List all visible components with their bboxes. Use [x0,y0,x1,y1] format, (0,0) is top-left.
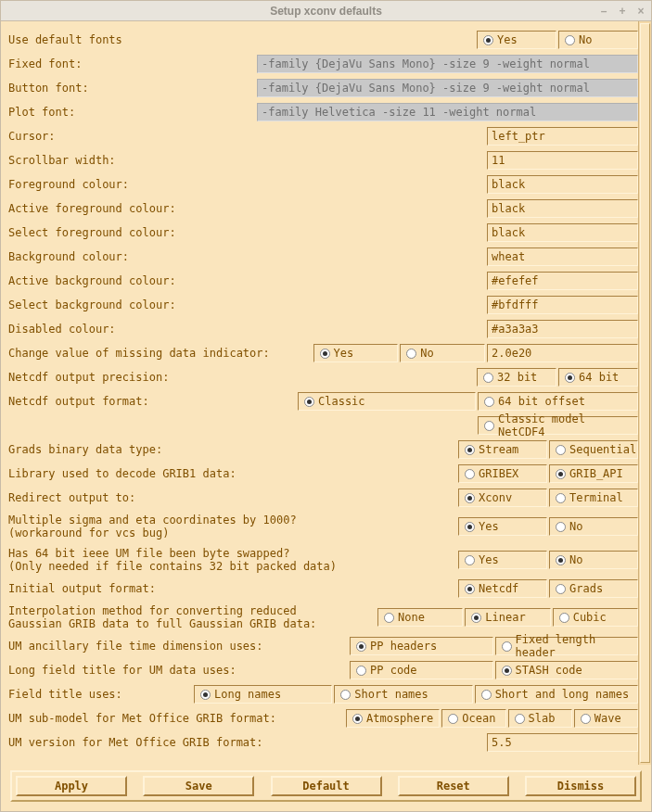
radio-icon [483,35,493,45]
abg-label: Active background colour: [8,274,487,287]
dc-label: Disabled colour: [8,323,487,336]
interp-linear[interactable]: Linear [465,608,550,627]
submodel-atmo[interactable]: Atmosphere [346,709,440,728]
anctime-pp[interactable]: PP headers [350,637,493,655]
byteswap-label1: Has 64 bit ieee UM file been byte swappe… [8,547,458,560]
radio-icon [481,690,492,700]
bg-input[interactable] [487,247,638,266]
scrollbar-thumb[interactable] [640,23,650,763]
byteswap-yes[interactable]: Yes [458,551,547,569]
sfg-input[interactable] [487,223,638,242]
radio-icon [502,666,512,676]
maximize-icon[interactable]: + [616,5,629,18]
grib1-gribapi[interactable]: GRIB_API [549,464,638,483]
radio-icon [556,493,566,503]
grib1-gribex[interactable]: GRIBEX [458,464,547,483]
precision-32[interactable]: 32 bit [477,368,556,387]
ncformat-label: Netcdf output format: [8,395,298,408]
radio-icon [465,445,475,455]
radio-icon [406,349,416,359]
radio-icon [502,641,512,652]
initfmt-netcdf[interactable]: Netcdf [458,579,547,598]
afg-input[interactable] [487,199,638,218]
longtitle-stash[interactable]: STASH code [495,661,639,679]
fieldtitle-both[interactable]: Short and long names [475,685,638,704]
radio-icon [465,493,475,503]
afg-label: Active foreground colour: [8,202,487,215]
grads-stream[interactable]: Stream [458,440,547,459]
byteswap-no[interactable]: No [549,551,638,569]
dc-input[interactable] [487,320,638,338]
cursor-input[interactable] [487,127,638,146]
precision-64[interactable]: 64 bit [558,368,638,387]
content-area: Use default fonts Yes No Fixed font: But… [1,21,651,765]
cursor-label: Cursor: [8,130,487,143]
interp-label1: Interpolation method for converting redu… [8,604,377,617]
fieldtitle-short[interactable]: Short names [334,685,472,704]
radio-icon [556,522,566,532]
fg-input[interactable] [487,175,638,194]
abg-input[interactable] [487,272,638,290]
initfmt-grads[interactable]: Grads [549,579,638,598]
submodel-ocean[interactable]: Ocean [441,709,505,728]
fieldtitle-long[interactable]: Long names [194,685,332,704]
sfg-label: Select foreground colour: [8,226,487,239]
radio-icon [465,522,475,532]
redirect-label: Redirect output to: [8,491,458,504]
apply-button[interactable]: Apply [16,776,127,796]
grads-seq[interactable]: Sequential [549,440,638,459]
radio-icon [483,373,493,383]
minimize-icon[interactable]: – [597,5,610,18]
window-title: Setup xconv defaults [270,5,382,18]
radio-icon [484,421,494,431]
bg-label: Background colour: [8,250,487,263]
use-default-fonts-no[interactable]: No [558,31,638,49]
scrollbar-width-input[interactable] [487,151,638,170]
radio-icon [556,555,566,565]
interp-cubic[interactable]: Cubic [553,608,638,627]
use-default-fonts-yes[interactable]: Yes [477,31,556,49]
submodel-wave[interactable]: Wave [574,709,638,728]
radio-icon [471,613,481,623]
interp-label2: Gaussian GRIB data to full Gaussian GRIB… [8,617,377,630]
redirect-xconv[interactable]: Xconv [458,488,547,507]
anctime-flh[interactable]: Fixed length header [495,637,639,655]
radio-icon [556,469,566,479]
redirect-term[interactable]: Terminal [549,488,638,507]
radio-icon [465,584,475,594]
button-font-label: Button font: [8,82,257,95]
radio-icon [484,397,494,407]
window: Setup xconv defaults – + × Use default f… [0,0,652,812]
radio-icon [356,641,366,652]
ncformat-classic[interactable]: Classic [298,392,476,411]
anctime-label: UM ancillary file time dimension uses: [8,640,350,653]
umver-input[interactable] [487,733,638,752]
ncformat-nc4[interactable]: Classic model NetCDF4 [478,416,638,435]
radio-icon [556,445,566,455]
fg-label: Foreground colour: [8,178,487,191]
radio-icon [465,555,475,565]
umver-label: UM version for Met Office GRIB format: [8,736,487,749]
mult1000-no[interactable]: No [549,517,638,536]
radio-icon [559,613,569,623]
default-button[interactable]: Default [271,776,382,796]
close-icon[interactable]: × [634,5,647,18]
fixed-font-label: Fixed font: [8,57,257,70]
sbg-input[interactable] [487,296,638,314]
missing-yes[interactable]: Yes [313,344,399,362]
initfmt-label: Initial output format: [8,582,458,595]
longtitle-pp[interactable]: PP code [350,661,493,679]
fieldtitle-label: Field title uses: [8,688,194,701]
ncformat-offset[interactable]: 64 bit offset [478,392,638,411]
mult1000-yes[interactable]: Yes [458,517,547,536]
missing-value-input[interactable] [487,344,638,362]
dismiss-button[interactable]: Dismiss [525,776,636,796]
interp-none[interactable]: None [377,608,463,627]
missing-no[interactable]: No [400,344,485,362]
submodel-slab[interactable]: Slab [508,709,572,728]
reset-button[interactable]: Reset [398,776,509,796]
scrollbar[interactable] [638,21,651,765]
mult1000-label2: (workaround for vcs bug) [8,527,458,539]
sbg-label: Select background colour: [8,298,487,311]
save-button[interactable]: Save [143,776,254,796]
